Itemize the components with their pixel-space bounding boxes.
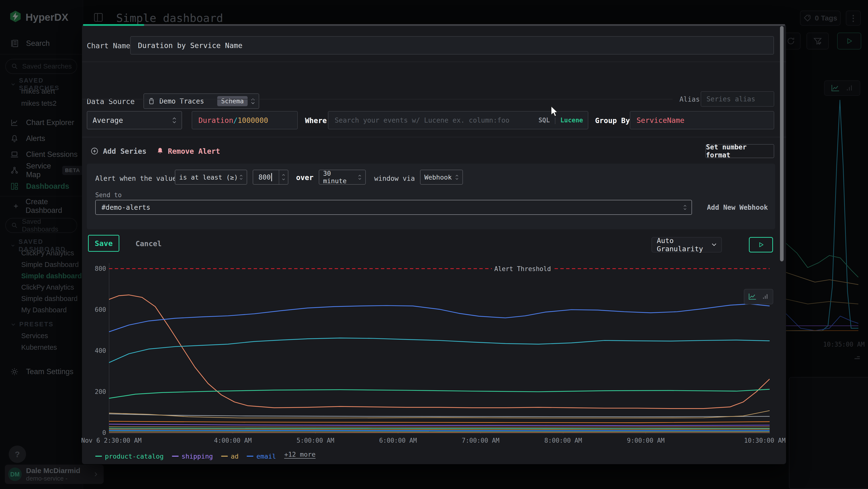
where-placeholder: Search your events w/ Lucene ex. column:… [335, 116, 509, 124]
x-axis-tick-label: 6:00:00 AM [379, 437, 417, 444]
chart-series-teal2 [109, 428, 770, 429]
plus-circle-icon [90, 147, 99, 155]
chart-series-purple [109, 424, 770, 426]
legend-item[interactable]: email [247, 453, 276, 460]
field-expression-input[interactable]: Duration/1000000 [192, 111, 298, 130]
set-number-format-button[interactable]: Set number format [706, 144, 774, 158]
y-axis-labels: 8006004002000 [82, 263, 106, 433]
group-by-input[interactable]: ServiceName [630, 111, 774, 130]
legend-label: product-catalog [105, 453, 164, 460]
field-operator-token: / [234, 116, 238, 124]
alias-input[interactable]: Series alias [701, 91, 774, 107]
select-chevrons-icon [358, 175, 362, 180]
alert-threshold-input[interactable]: 800 [253, 170, 288, 185]
spinner-down-icon [282, 178, 285, 180]
x-axis-tick-label: 4:00:00 AM [214, 437, 252, 444]
remove-alert-button[interactable]: Remove Alert [156, 144, 220, 158]
edit-chart-modal: Chart Name Duration by Service Name Data… [82, 24, 786, 464]
chart-series-blue [109, 304, 770, 332]
legend-dash [221, 456, 228, 457]
data-source-select[interactable]: Demo Traces Schema [144, 93, 259, 109]
tab-active-indicator [83, 24, 144, 26]
legend-label: email [256, 453, 276, 460]
main-chart-lines [109, 263, 770, 433]
over-label: over [296, 173, 313, 182]
alert-condition-select[interactable]: is at least (≥) [175, 170, 247, 185]
select-chevrons-icon [455, 175, 459, 180]
add-series-button[interactable]: Add Series [90, 144, 147, 158]
y-axis-tick-label: 800 [95, 265, 106, 272]
where-search-input[interactable]: Search your events w/ Lucene ex. column:… [328, 111, 588, 130]
chevron-down-icon [712, 243, 717, 247]
legend-label: shipping [182, 453, 213, 460]
aggregation-select[interactable]: Average [87, 111, 182, 130]
line-chart-icon [748, 293, 757, 300]
chart-name-input[interactable]: Duration by Service Name [130, 36, 774, 55]
alert-prefix-label: Alert when the value [95, 174, 177, 182]
legend-dash [172, 456, 179, 457]
lucene-mode-toggle[interactable]: Lucene [560, 117, 583, 124]
webhook-select[interactable]: #demo-alerts [95, 200, 692, 215]
save-button[interactable]: Save [88, 235, 119, 252]
alert-config-panel: Alert when the value is at least (≥) 800… [87, 164, 775, 229]
alert-threshold-label: Alert Threshold [492, 265, 553, 272]
chart-series-green [109, 389, 770, 398]
modal-scrollbar[interactable] [780, 26, 784, 261]
play-icon [758, 241, 764, 248]
number-spinner[interactable] [279, 170, 288, 184]
schema-badge: Schema [217, 96, 248, 106]
cancel-button[interactable]: Cancel [135, 239, 161, 248]
data-source-label: Data Source [87, 97, 135, 106]
chart-series-gray [109, 414, 770, 417]
select-chevrons-icon [240, 175, 243, 180]
select-chevrons-icon [683, 205, 687, 210]
y-axis-tick-label: 400 [95, 347, 106, 354]
chart-panel: 8006004002000 Alert Threshold Nov 6 2:30… [82, 262, 786, 464]
chart-legend: product-catalogshippingademail+12 more [95, 451, 770, 460]
y-axis-tick-label: 200 [95, 388, 106, 395]
spinner-up-icon [282, 174, 285, 176]
chart-series-blue2 [109, 430, 770, 431]
alias-label: Alias [679, 95, 700, 103]
x-axis-labels: Nov 6 2:30:00 AM4:00:00 AM5:00:00 AM6:00… [109, 437, 770, 447]
legend-dash [95, 456, 102, 457]
legend-label: +12 more [284, 451, 316, 458]
legend-more-link[interactable]: +12 more [284, 451, 316, 458]
legend-item[interactable]: ad [221, 453, 239, 460]
x-axis-tick-label: 9:00:00 AM [627, 437, 665, 444]
x-axis-tick-label: 5:00:00 AM [297, 437, 334, 444]
granularity-select[interactable]: Auto Granularity [651, 237, 722, 253]
legend-item[interactable]: product-catalog [95, 453, 164, 460]
sql-mode-toggle[interactable]: SQL [538, 117, 550, 124]
where-label: Where [305, 116, 327, 125]
chart-series-cyan [109, 338, 770, 363]
alert-channel-select[interactable]: Webhook [420, 170, 463, 185]
add-new-webhook-button[interactable]: Add New Webhook [707, 203, 768, 211]
y-axis-tick-label: 0 [102, 429, 106, 436]
bell-icon [156, 147, 164, 155]
chart-series-orange [109, 421, 770, 423]
x-axis-tick-label: Nov 6 2:30:00 AM [81, 437, 142, 444]
chart-name-label: Chart Name [87, 41, 130, 50]
x-axis-tick-label: 8:00:00 AM [544, 437, 582, 444]
window-via-label: window via [374, 174, 415, 182]
field-number-token: 1000000 [238, 116, 268, 124]
chart-series-orange2 [109, 432, 770, 432]
legend-label: ad [231, 453, 239, 460]
x-axis-tick-label: 10:30:00 AM [744, 437, 785, 444]
database-icon [148, 97, 155, 105]
legend-item[interactable]: shipping [172, 453, 213, 460]
chart-series-tan2 [109, 427, 770, 427]
mouse-cursor [550, 106, 560, 118]
text-caret [271, 173, 272, 181]
tab-track [83, 24, 785, 26]
x-axis-tick-label: 7:00:00 AM [462, 437, 500, 444]
select-chevrons-icon [173, 117, 176, 123]
group-by-label: Group By [595, 116, 630, 125]
alert-window-select[interactable]: 30 minute [319, 170, 366, 185]
field-column-token: Duration [198, 116, 234, 124]
bar-chart-icon [762, 293, 769, 300]
y-axis-tick-label: 600 [95, 306, 106, 313]
chart-type-toggle[interactable] [744, 289, 773, 304]
run-chart-button[interactable] [749, 237, 773, 253]
